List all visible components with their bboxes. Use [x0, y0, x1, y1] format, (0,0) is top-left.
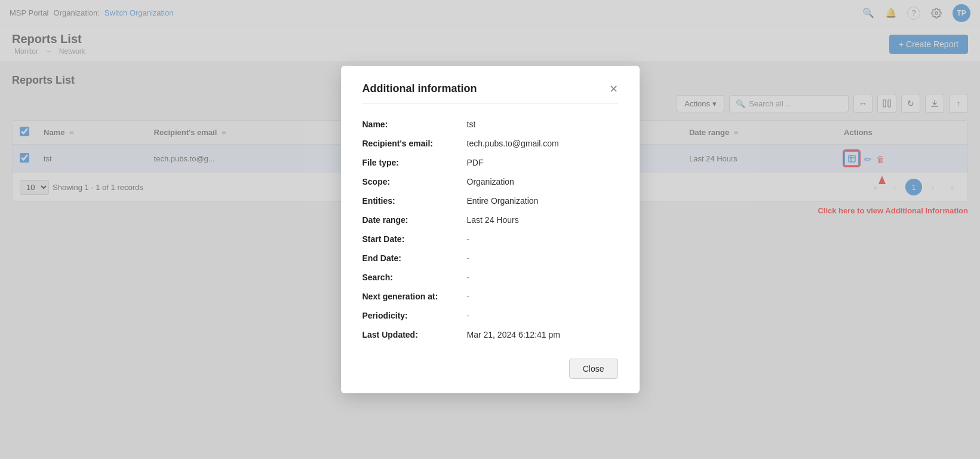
modal-field-row-1: Recipient's email: tech.pubs.to@gmail.co… [362, 134, 618, 153]
modal-field-label-3: Scope: [362, 177, 467, 186]
modal-overlay[interactable]: Additional information ✕ Name: tst Recip… [0, 0, 980, 227]
modal-field-value-3: Organization [467, 177, 514, 186]
modal-close-button[interactable]: ✕ [609, 84, 618, 94]
modal-field-label-2: File type: [362, 158, 467, 167]
modal-field-row-2: File type: PDF [362, 153, 618, 172]
modal-field-label-5: Date range: [362, 215, 467, 225]
additional-info-modal: Additional information ✕ Name: tst Recip… [341, 66, 640, 227]
modal-field-value-2: PDF [467, 158, 484, 167]
modal-header: Additional information ✕ [362, 82, 618, 104]
modal-field-value-1: tech.pubs.to@gmail.com [467, 139, 559, 148]
modal-field-value-5: Last 24 Hours [467, 215, 519, 225]
modal-field-value-0: tst [467, 120, 476, 129]
modal-title: Additional information [362, 82, 477, 95]
modal-field-row-4: Entities: Entire Organization [362, 191, 618, 210]
modal-field-value-4: Entire Organization [467, 196, 539, 206]
modal-field-label-1: Recipient's email: [362, 139, 467, 148]
modal-field-label-4: Entities: [362, 196, 467, 206]
modal-field-label-0: Name: [362, 120, 467, 129]
modal-body: Name: tst Recipient's email: tech.pubs.t… [362, 115, 618, 227]
modal-field-row-3: Scope: Organization [362, 172, 618, 191]
modal-field-row-0: Name: tst [362, 115, 618, 134]
modal-field-row-5: Date range: Last 24 Hours [362, 210, 618, 227]
